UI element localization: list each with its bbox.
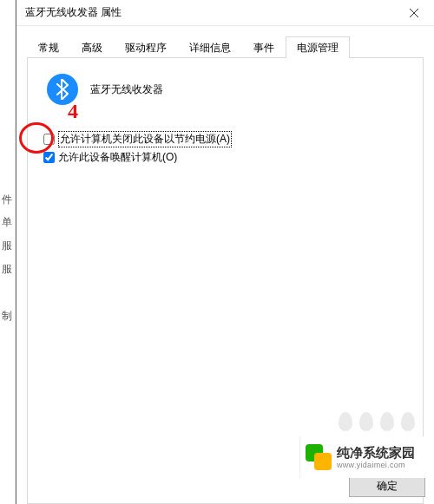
watermark-url: www.yidaimei.com bbox=[337, 461, 415, 470]
checkbox-allow-wake-input[interactable] bbox=[43, 152, 55, 163]
device-header: 蓝牙无线收发器 bbox=[47, 74, 411, 105]
tab-general[interactable]: 常规 bbox=[27, 36, 70, 58]
checkbox-allow-wake-label[interactable]: 允许此设备唤醒计算机(O) bbox=[58, 150, 177, 165]
watermark: 纯净系统家园 www.yidaimei.com bbox=[299, 436, 434, 478]
client-area: 常规 高级 驱动程序 详细信息 事件 电源管理 蓝牙无线收发器 4 允许计算机关… bbox=[16, 26, 434, 504]
background-window-strip: 件 单 服 服 制 bbox=[0, 0, 16, 504]
bg-text: 服 bbox=[2, 262, 12, 277]
checkbox-allow-power-off-input[interactable] bbox=[43, 134, 55, 145]
tab-strip: 常规 高级 驱动程序 详细信息 事件 电源管理 bbox=[27, 36, 424, 57]
bg-text: 服 bbox=[2, 239, 12, 253]
bg-text: 件 bbox=[2, 193, 12, 207]
tab-power-management[interactable]: 电源管理 bbox=[286, 36, 350, 58]
tab-driver[interactable]: 驱动程序 bbox=[114, 36, 178, 58]
checkbox-allow-power-off-label[interactable]: 允许计算机关闭此设备以节约电源(A) bbox=[58, 131, 232, 147]
watermark-logo-icon bbox=[306, 444, 332, 470]
bg-text: 单 bbox=[2, 215, 12, 230]
watermark-decor bbox=[339, 412, 415, 431]
device-name: 蓝牙无线收发器 bbox=[90, 82, 163, 97]
bluetooth-icon bbox=[47, 74, 78, 105]
checkbox-allow-wake[interactable]: 允许此设备唤醒计算机(O) bbox=[43, 150, 411, 165]
checkbox-allow-power-off[interactable]: 允许计算机关闭此设备以节约电源(A) bbox=[43, 131, 411, 147]
close-icon bbox=[410, 9, 418, 17]
watermark-name: 纯净系统家园 bbox=[337, 445, 415, 461]
window-title: 蓝牙无线收发器 属性 bbox=[25, 5, 122, 20]
titlebar[interactable]: 蓝牙无线收发器 属性 bbox=[16, 0, 434, 26]
tab-advanced[interactable]: 高级 bbox=[70, 36, 114, 58]
watermark-text: 纯净系统家园 www.yidaimei.com bbox=[337, 445, 415, 470]
tab-events[interactable]: 事件 bbox=[242, 36, 286, 58]
tab-details[interactable]: 详细信息 bbox=[178, 36, 242, 58]
close-button[interactable] bbox=[394, 0, 434, 26]
bg-text: 制 bbox=[2, 309, 12, 324]
